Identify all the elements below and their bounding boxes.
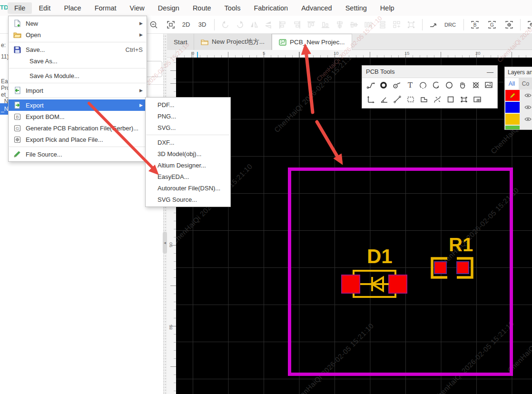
angle-measure-tool-icon[interactable] — [377, 93, 391, 106]
cut-board-tool-icon[interactable] — [431, 93, 444, 106]
align-middle-vertical-icon[interactable] — [347, 18, 361, 31]
project-tree-item-selected[interactable]: _N — [0, 103, 8, 115]
tab-project[interactable]: New Project地方... — [194, 34, 272, 50]
distribute-horizontal-icon[interactable] — [361, 18, 375, 31]
menu-item-save-as-module[interactable]: Save As Module... — [9, 70, 147, 81]
layer-row-top[interactable] — [505, 89, 532, 101]
minimize-icon[interactable]: — — [487, 69, 493, 75]
project-tree-item[interactable]: Ea — [1, 78, 8, 85]
layer-color-bottom-silk[interactable] — [505, 126, 520, 130]
view-3d-button[interactable]: 3D — [194, 21, 210, 28]
pcb-tools-header[interactable]: PCB Tools — — [362, 66, 497, 78]
menu-setting[interactable]: Setting — [339, 2, 374, 14]
submenu-item-svg[interactable]: SVG... — [146, 122, 230, 133]
track-tool-icon[interactable] — [364, 79, 377, 92]
submenu-item-easyeda[interactable]: EasyEDA... — [146, 171, 230, 182]
tab-start[interactable]: Start — [167, 34, 194, 50]
menu-route[interactable]: Route — [186, 2, 218, 14]
layer-color-bottom[interactable] — [505, 102, 520, 113]
menu-item-import[interactable]: Import▶ — [9, 85, 147, 96]
panelize-tool-icon[interactable] — [471, 93, 484, 106]
dimension-tool-icon[interactable] — [364, 93, 377, 106]
submenu-item-3d-model[interactable]: 3D Model(obj)... — [146, 148, 230, 159]
paste-mask-tool-icon[interactable] — [404, 93, 417, 106]
menu-view[interactable]: View — [123, 2, 151, 14]
arc-center-tool-icon[interactable] — [430, 79, 443, 92]
align-right-icon[interactable] — [290, 18, 304, 31]
align-top-icon[interactable] — [304, 18, 318, 31]
menu-place[interactable]: Place — [57, 2, 88, 14]
component-r1-pad1[interactable] — [434, 261, 447, 274]
component-d1-pad1[interactable] — [341, 275, 360, 294]
eye-icon[interactable] — [524, 117, 532, 122]
layer-row-bottom[interactable] — [505, 101, 532, 113]
tab-pcb[interactable]: PCB_New Projec... — [272, 34, 352, 50]
pick-place-folder-icon[interactable] — [502, 18, 516, 31]
zoom-out-icon[interactable] — [147, 18, 161, 31]
menu-fabrication[interactable]: Fabrication — [247, 2, 295, 14]
group-footprint-tool-icon[interactable] — [457, 93, 471, 106]
board-outline[interactable] — [288, 167, 513, 376]
menu-item-file-source[interactable]: File Source... — [9, 148, 147, 160]
component-d1-pad2[interactable] — [388, 275, 407, 294]
menu-item-gerber[interactable]: G Generate PCB Fabrication File(Gerber).… — [9, 122, 147, 134]
menu-format[interactable]: Format — [88, 2, 123, 14]
menu-item-pick-place[interactable]: Export Pick and Place File... — [9, 134, 147, 145]
rotate-ccw-icon[interactable] — [218, 18, 233, 31]
arc-tool-icon[interactable] — [416, 79, 430, 92]
submenu-item-png[interactable]: PNG... — [146, 110, 230, 122]
drag-canvas-tool-icon[interactable] — [456, 79, 469, 92]
via-tool-icon[interactable] — [390, 79, 404, 92]
eye-icon[interactable] — [524, 93, 532, 98]
layers-tab-components[interactable]: Co — [519, 78, 532, 89]
menu-item-save[interactable]: Save...Ctrl+S — [9, 44, 147, 55]
panel-collapse-handle[interactable]: ◂ — [163, 232, 167, 254]
layers-tab-all[interactable]: All — [505, 78, 519, 89]
menu-advanced[interactable]: Advanced — [295, 2, 339, 14]
submenu-item-pdf[interactable]: PDF... — [146, 99, 230, 110]
menu-file[interactable]: File — [8, 2, 32, 14]
menu-item-open[interactable]: Open▶ — [9, 29, 147, 40]
hole-tool-icon[interactable] — [444, 93, 457, 106]
menu-item-new[interactable]: New▶ — [9, 18, 147, 29]
align-bottom-icon[interactable] — [318, 18, 333, 31]
distribute-vertical-icon[interactable] — [375, 18, 390, 31]
menu-item-save-as[interactable]: Save As... — [9, 55, 147, 67]
layer-color-top[interactable] — [505, 90, 520, 101]
eye-icon[interactable] — [524, 105, 532, 110]
pad-tool-icon[interactable] — [377, 79, 391, 92]
circle-tool-icon[interactable] — [443, 79, 456, 92]
solid-region-tool-icon[interactable] — [417, 93, 431, 106]
drc-button[interactable]: DRC — [441, 22, 460, 28]
align-left-icon[interactable] — [276, 18, 290, 31]
layer-row-bottom-silk[interactable] — [505, 125, 532, 130]
layer-color-top-silk[interactable] — [505, 114, 520, 125]
menu-help[interactable]: Help — [374, 2, 401, 14]
rotate-cw-icon[interactable] — [233, 18, 247, 31]
export-gerber-folder-icon[interactable]: G — [485, 18, 499, 31]
menu-tools[interactable]: Tools — [218, 2, 247, 14]
text-tool-icon[interactable]: T — [404, 79, 417, 92]
fit-view-icon[interactable] — [164, 18, 178, 31]
align-grid-icon[interactable] — [390, 18, 404, 31]
submenu-item-dxf[interactable]: DXF... — [146, 137, 230, 148]
canvas-origin-tool-icon[interactable] — [469, 79, 483, 92]
align-center-horizontal-icon[interactable] — [333, 18, 347, 31]
component-r1-pad2[interactable] — [456, 261, 469, 274]
menu-edit[interactable]: Edit — [32, 2, 57, 14]
flip-horizontal-icon[interactable] — [247, 18, 261, 31]
menu-item-export[interactable]: Export▶ — [9, 99, 147, 111]
import-back-folder-icon[interactable] — [524, 18, 532, 31]
submenu-item-altium[interactable]: Altium Designer... — [146, 159, 230, 171]
flip-vertical-icon[interactable] — [261, 18, 276, 31]
image-tool-icon[interactable] — [482, 79, 495, 92]
export-bom-folder-icon[interactable]: B — [468, 18, 482, 31]
menu-item-export-bom[interactable]: B Export BOM... — [9, 111, 147, 122]
submenu-item-autorouter[interactable]: Autorouter File(DSN)... — [146, 182, 230, 194]
menu-design[interactable]: Design — [151, 2, 186, 14]
route-angle-icon[interactable] — [426, 18, 441, 31]
view-2d-button[interactable]: 2D — [178, 21, 194, 28]
group-icon[interactable] — [404, 18, 418, 31]
panel-splitter[interactable] — [163, 34, 167, 394]
layer-row-top-silk[interactable] — [505, 113, 532, 125]
